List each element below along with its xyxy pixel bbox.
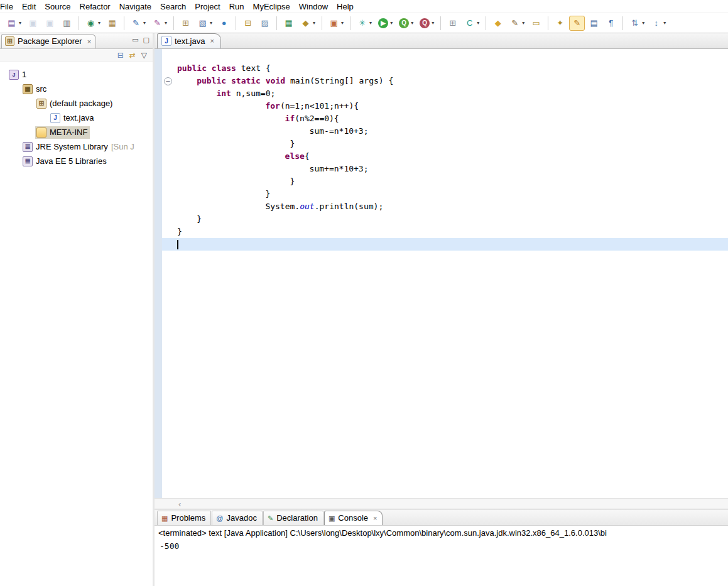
menu-myeclipse[interactable]: MyEclipse — [249, 1, 295, 13]
view-tab-console[interactable]: ▣Console× — [324, 511, 383, 525]
more-actions-icon: ↕ — [651, 18, 661, 28]
close-tab-icon[interactable]: × — [373, 514, 377, 522]
new-wizard-icon: ▤ — [6, 18, 17, 28]
show-whitespace-button[interactable]: ¶ — [603, 16, 619, 31]
dropdown-arrow-icon[interactable]: ▾ — [411, 20, 413, 26]
code-editor[interactable]: − public class text {public static void … — [155, 49, 728, 498]
dropdown-arrow-icon[interactable]: ▾ — [165, 20, 167, 26]
dropdown-arrow-icon[interactable]: ▾ — [522, 20, 524, 26]
search-button[interactable]: ✎▾ — [507, 16, 527, 31]
menu-window[interactable]: Window — [295, 1, 332, 13]
snippets-button[interactable]: ▨ — [257, 16, 273, 31]
toolbar-separator — [322, 16, 322, 30]
tree-item-label: 1 — [22, 70, 26, 79]
report-table-button[interactable]: ▦ — [281, 16, 296, 31]
dropdown-arrow-icon[interactable]: ▾ — [642, 20, 644, 26]
tree-item-label: Java EE 5 Libraries — [36, 156, 107, 166]
console-output[interactable]: -500 — [155, 539, 728, 553]
debug-button[interactable]: ✳▾ — [354, 16, 374, 31]
report-table-icon: ▦ — [283, 18, 294, 28]
package-explorer-tab[interactable]: ⊞ Package Explorer × — [1, 34, 96, 48]
keys-icon: ✦ — [555, 18, 565, 28]
horizontal-scrollbar[interactable]: ‹ — [155, 498, 728, 509]
new-wizard-button[interactable]: ▤▾ — [4, 16, 24, 31]
new-package-button[interactable]: ⊞ — [178, 16, 193, 31]
image-capture-button[interactable]: ▣▾ — [326, 16, 346, 31]
more-actions-button[interactable]: ↕▾ — [648, 16, 668, 31]
show-whitespace-icon: ¶ — [606, 18, 616, 28]
collapse-all-icon[interactable]: ⊟ — [117, 52, 124, 59]
project-grid-button[interactable]: ⊞ — [445, 16, 460, 31]
save-button[interactable]: ▣ — [25, 16, 41, 31]
highlight-pen-button[interactable]: ✎ — [569, 16, 585, 31]
dropdown-arrow-icon[interactable]: ▾ — [210, 20, 212, 26]
minimize-view-icon[interactable]: ▭ — [132, 36, 138, 43]
print-button[interactable]: ▥ — [59, 16, 75, 31]
dropdown-arrow-icon[interactable]: ▾ — [313, 20, 315, 26]
fold-collapse-icon[interactable]: − — [164, 77, 172, 85]
menu-navigate[interactable]: Navigate — [115, 1, 156, 13]
keys-button[interactable]: ✦ — [552, 16, 568, 31]
profile-button[interactable]: Q▾ — [417, 16, 437, 31]
sort-members-button[interactable]: ⇅▾ — [627, 16, 647, 31]
tree-item-text-java-file[interactable]: Jtext.java — [0, 111, 153, 125]
run-coverage-button[interactable]: Q▾ — [396, 16, 416, 31]
menu-help[interactable]: Help — [332, 1, 358, 13]
deployment-manager-button[interactable]: ▦ — [104, 16, 120, 31]
deploy-module-button[interactable]: ▧▾ — [195, 16, 215, 31]
view-tab-problems[interactable]: ▦Problems — [157, 511, 211, 525]
run-button[interactable]: ▶▾ — [376, 16, 395, 31]
maximize-view-icon[interactable]: ▢ — [143, 36, 149, 43]
report-wizard-icon: ◆ — [300, 18, 311, 28]
menu-edit[interactable]: Edit — [18, 1, 40, 13]
menu-run[interactable]: Run — [225, 1, 249, 13]
scroll-left-icon[interactable]: ‹ — [178, 500, 181, 508]
report-wizard-button[interactable]: ◆▾ — [298, 16, 318, 31]
open-resource-button[interactable]: ◆ — [490, 16, 506, 31]
new-class-button[interactable]: ✎▾ — [128, 16, 148, 31]
view-tab-label: Javadoc — [227, 513, 257, 523]
editor-area: J text.java × − public class text {publi… — [155, 33, 728, 509]
new-web-project-button[interactable]: ◉▾ — [83, 16, 103, 31]
form-page-icon: ▤ — [589, 18, 599, 28]
web-browser-button[interactable]: ● — [216, 16, 232, 31]
dropdown-arrow-icon[interactable]: ▾ — [477, 20, 479, 26]
tree-item-meta-inf[interactable]: META-INF — [0, 125, 153, 139]
new-bean-icon: ✎ — [152, 18, 163, 28]
tree-item-project-1[interactable]: J1 — [0, 67, 153, 82]
menu-refactor[interactable]: Refactor — [75, 1, 115, 13]
tree-item-default-package[interactable]: ⊞(default package) — [0, 96, 153, 111]
view-tab-declaration[interactable]: ✎Declaration — [263, 511, 323, 525]
editor-tab-text-java[interactable]: J text.java × — [157, 33, 221, 48]
view-tab-javadoc[interactable]: @Javadoc — [212, 511, 263, 525]
tree-item-src-folder[interactable]: ▦src — [0, 82, 153, 96]
dropdown-arrow-icon[interactable]: ▾ — [369, 20, 372, 26]
menu-project[interactable]: Project — [190, 1, 224, 13]
bookmarks-button[interactable]: ▭ — [528, 16, 544, 31]
dropdown-arrow-icon[interactable]: ▾ — [341, 20, 344, 26]
dropdown-arrow-icon[interactable]: ▾ — [432, 20, 434, 26]
menu-search[interactable]: Search — [156, 1, 190, 13]
import-archive-button[interactable]: ⊟ — [240, 16, 256, 31]
tree-item-jre-system-library[interactable]: ≣JRE System Library [Sun J — [0, 139, 153, 154]
save-all-button[interactable]: ▣ — [42, 16, 58, 31]
close-editor-icon[interactable]: × — [210, 37, 214, 45]
link-with-editor-icon[interactable]: ⇄ — [129, 52, 136, 59]
dropdown-arrow-icon[interactable]: ▾ — [390, 20, 393, 26]
view-menu-icon[interactable]: ▽ — [141, 52, 147, 59]
code-line: int n,sum=0; — [162, 87, 728, 100]
dropdown-arrow-icon[interactable]: ▾ — [98, 20, 101, 26]
c-server-button[interactable]: C▾ — [462, 16, 482, 31]
dropdown-arrow-icon[interactable]: ▾ — [19, 20, 21, 26]
close-view-icon[interactable]: × — [87, 38, 91, 45]
code-line: public static void main(String[] args) { — [162, 75, 728, 87]
menu-file[interactable]: File — [0, 1, 18, 13]
tree-item-java-ee-5-libraries[interactable]: ≣Java EE 5 Libraries — [0, 154, 153, 168]
form-page-button[interactable]: ▤ — [586, 16, 602, 31]
dropdown-arrow-icon[interactable]: ▾ — [663, 20, 666, 26]
new-bean-button[interactable]: ✎▾ — [149, 16, 170, 31]
dropdown-arrow-icon[interactable]: ▾ — [143, 20, 146, 26]
code-text-area[interactable]: − public class text {public static void … — [162, 49, 728, 498]
menu-source[interactable]: Source — [40, 1, 75, 13]
open-resource-icon: ◆ — [492, 18, 503, 28]
